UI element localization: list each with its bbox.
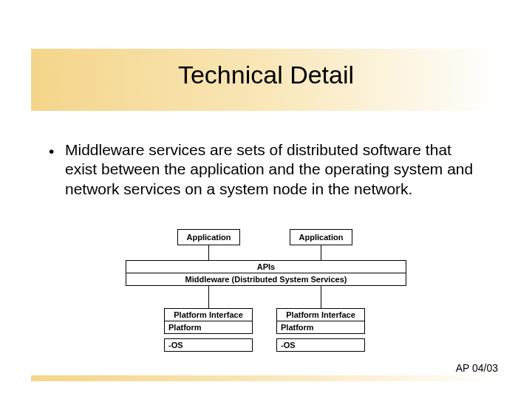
diagram-box-apis: APIs — [126, 260, 406, 273]
bullet-marker: • — [49, 140, 65, 161]
diagram-box-middleware: Middleware (Distributed System Services) — [126, 273, 406, 286]
slide: Technical Detail • Middleware services a… — [0, 0, 532, 399]
diagram-box-application-left: Application — [177, 229, 240, 245]
bullet-item: • Middleware services are sets of distri… — [49, 140, 485, 199]
diagram-box-platform-interface-left: Platform Interface — [164, 308, 253, 321]
bullet-text: Middleware services are sets of distribu… — [65, 140, 485, 199]
footer-label: AP 04/03 — [456, 362, 498, 374]
diagram-box-platform-right: Platform — [276, 321, 365, 334]
diagram-box-os-right: -OS — [276, 338, 365, 352]
diagram-connector — [321, 245, 321, 260]
diagram-box-application-right: Application — [290, 229, 352, 245]
diagram-connector — [208, 245, 209, 260]
slide-title: Technical Detail — [0, 61, 532, 89]
diagram-box-platform-interface-right: Platform Interface — [276, 308, 365, 321]
body-text-area: • Middleware services are sets of distri… — [49, 140, 485, 199]
middleware-diagram: Application Application APIs Middleware … — [126, 229, 406, 362]
diagram-connector — [321, 286, 321, 308]
diagram-box-platform-left: Platform — [164, 321, 253, 334]
diagram-box-os-left: -OS — [164, 338, 253, 352]
footer-band — [31, 375, 501, 381]
diagram-connector — [208, 286, 209, 308]
